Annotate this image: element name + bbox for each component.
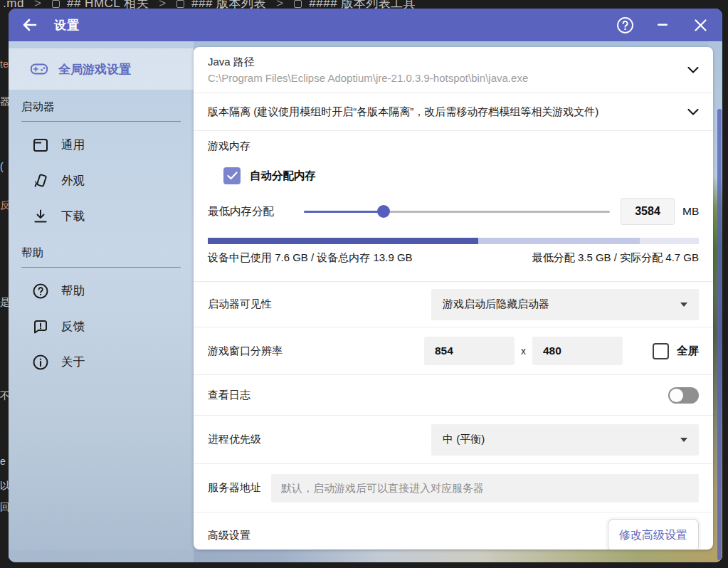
close-icon [695, 19, 707, 31]
show-logs-toggle[interactable] [668, 387, 699, 404]
version-isolation-row[interactable]: 版本隔离 (建议使用模组时开启“各版本隔离”，改后需移动存档模组等相关游戏文件) [194, 93, 713, 131]
launcher-visibility-select[interactable]: 游戏启动后隐藏启动器 [431, 289, 699, 320]
memory-slider[interactable] [304, 205, 610, 218]
sidebar-item-label: 通用 [61, 137, 85, 153]
launcher-visibility-label: 启动器可见性 [208, 298, 272, 311]
sidebar-item-general[interactable]: 通用 [9, 127, 194, 163]
game-memory-label: 游戏内存 [208, 140, 699, 153]
sidebar-item-label: 外观 [61, 173, 85, 189]
sidebar-item-label: 下载 [61, 209, 85, 224]
sidebar: 全局游戏设置 启动器 通用 外观 [9, 41, 194, 562]
code-fragment: 是, [0, 296, 9, 309]
version-isolation-label: 版本隔离 (建议使用模组时开启“各版本隔离”，改后需移动存档模组等相关游戏文件) [208, 105, 687, 119]
window-content: 全局游戏设置 启动器 通用 外观 [9, 41, 722, 562]
process-priority-row: 进程优先级 中 (平衡) [194, 416, 713, 464]
slider-fill [304, 211, 384, 213]
resolution-label: 游戏窗口分辨率 [208, 345, 283, 358]
help-button[interactable] [616, 16, 634, 34]
chevron-down-icon[interactable] [687, 67, 699, 73]
auto-allocate-label: 自动分配内存 [250, 169, 316, 184]
download-icon [32, 208, 49, 225]
process-priority-label: 进程优先级 [208, 433, 261, 446]
slider-thumb[interactable] [377, 205, 390, 218]
code-fragment: 器 [0, 95, 9, 108]
advanced-settings-row: 高级设置 修改高级设置 [194, 512, 713, 549]
java-path-value: C:\Program Files\Eclipse Adoptium\jre-21… [208, 72, 687, 84]
dropdown-caret-icon [680, 303, 687, 307]
sidebar-item-label: 帮助 [61, 283, 85, 299]
fullscreen-checkbox[interactable] [653, 343, 669, 359]
paint-brush-icon [32, 172, 49, 189]
toggle-knob [670, 389, 683, 402]
dropdown-caret-icon [680, 438, 687, 442]
launcher-visibility-row: 启动器可见性 游戏启动后隐藏启动器 [194, 282, 713, 327]
memory-unit: MB [682, 205, 699, 218]
symbol-icon [294, 0, 302, 8]
java-path-label: Java 路径 [208, 56, 687, 69]
sidebar-item-label: 全局游戏设置 [58, 61, 131, 78]
close-button[interactable] [691, 16, 709, 34]
sidebar-item-help[interactable]: 帮助 [9, 273, 194, 309]
help-circle-icon [32, 283, 49, 300]
memory-value-input[interactable] [621, 198, 675, 225]
back-button[interactable] [21, 16, 38, 33]
code-fragment: ( [0, 161, 4, 172]
settings-panel: Java 路径 C:\Program Files\Eclipse Adoptiu… [194, 47, 713, 549]
symbol-icon [176, 0, 184, 8]
resolution-row: 游戏窗口分辨率 x 全屏 [194, 327, 713, 375]
server-address-label: 服务器地址 [208, 481, 261, 495]
info-circle-icon [32, 354, 49, 371]
fullscreen-label: 全屏 [677, 344, 699, 359]
code-fragment: 反 [0, 199, 9, 212]
code-fragment: te [0, 58, 9, 70]
minimize-button[interactable] [653, 16, 672, 34]
sidebar-item-label: 反馈 [61, 319, 85, 335]
server-address-row: 服务器地址 [194, 464, 713, 512]
scrollbar[interactable] [717, 109, 722, 560]
window-icon [32, 137, 49, 154]
sidebar-item-feedback[interactable]: 反馈 [9, 309, 194, 345]
sidebar-item-label: 关于 [61, 354, 85, 370]
chevron-down-icon[interactable] [687, 109, 699, 115]
resolution-separator: x [521, 345, 526, 357]
code-fragment: e [0, 456, 6, 467]
sidebar-section-launcher: 启动器 [21, 100, 181, 122]
resolution-width-input[interactable] [424, 337, 515, 365]
page-title: 设置 [54, 17, 80, 33]
modify-advanced-settings-button[interactable]: 修改高级设置 [608, 519, 699, 549]
advanced-settings-label: 高级设置 [208, 529, 250, 542]
game-memory-section: 游戏内存 自动分配内存 最低内存分配 [194, 140, 713, 282]
min-allocation-label: 最低内存分配 [208, 204, 304, 219]
help-icon [616, 16, 634, 34]
auto-allocate-checkbox[interactable] [223, 167, 241, 184]
minimize-icon [658, 23, 668, 26]
symbol-icon [52, 0, 60, 8]
feedback-icon [32, 318, 49, 335]
show-logs-row: 查看日志 [194, 375, 713, 416]
selected-option: 游戏启动后隐藏启动器 [443, 298, 549, 311]
resolution-height-input[interactable] [532, 337, 623, 365]
sidebar-item-appearance[interactable]: 外观 [9, 163, 194, 199]
memory-device-usage: 设备中已使用 7.6 GB / 设备总内存 13.9 GB [208, 251, 413, 265]
code-fragment: 不 [0, 390, 9, 403]
java-path-row[interactable]: Java 路径 C:\Program Files\Eclipse Adoptiu… [194, 47, 713, 93]
check-icon [227, 172, 238, 180]
sidebar-item-download[interactable]: 下载 [9, 199, 194, 234]
gamepad-icon [30, 60, 48, 78]
memory-usage-bar [208, 238, 699, 244]
sidebar-item-global-game-settings[interactable]: 全局游戏设置 [9, 48, 194, 90]
memory-allocation-summary: 最低分配 3.5 GB / 实际分配 4.7 GB [532, 251, 699, 265]
background-code-fragments: te 器 ( 反 是, 不 e 以 回 [0, 0, 9, 568]
selected-option: 中 (平衡) [443, 433, 485, 446]
code-fragment: 以 [0, 480, 9, 493]
show-logs-label: 查看日志 [208, 389, 250, 402]
memory-used-segment [208, 238, 478, 244]
server-address-input[interactable] [271, 474, 699, 503]
settings-window: 设置 [9, 9, 722, 562]
sidebar-item-about[interactable]: 关于 [9, 345, 194, 380]
code-fragment: 回 [0, 501, 9, 514]
sidebar-section-help: 帮助 [21, 246, 181, 268]
process-priority-select[interactable]: 中 (平衡) [431, 424, 699, 456]
titlebar: 设置 [9, 9, 722, 41]
